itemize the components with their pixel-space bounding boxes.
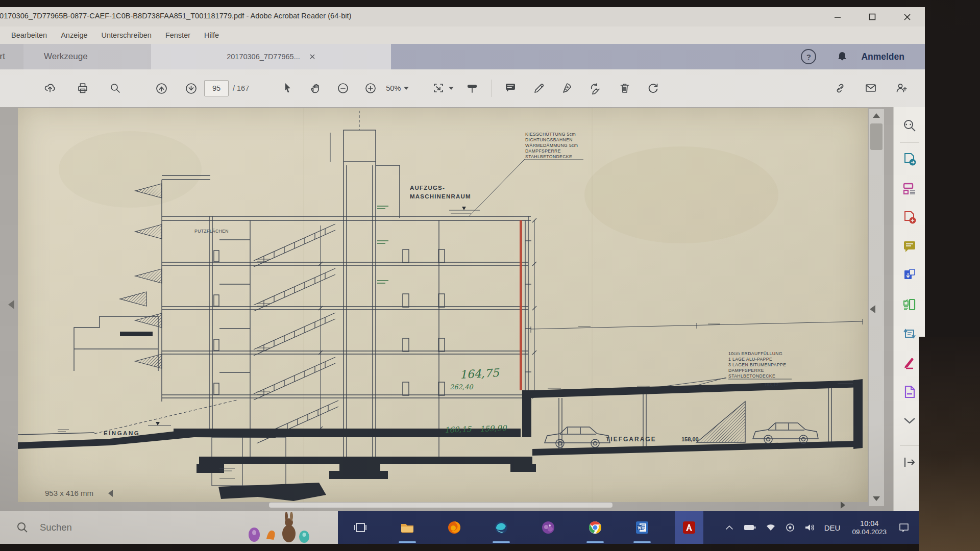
- edge-button[interactable]: [487, 511, 516, 544]
- taskbar-search[interactable]: Suchen: [0, 511, 338, 544]
- acrobat-icon: [682, 520, 696, 535]
- office-app-button[interactable]: [628, 511, 656, 544]
- share-link-icon[interactable]: [830, 77, 850, 99]
- notification-bell-icon[interactable]: [837, 51, 848, 63]
- zoom-in-icon[interactable]: [360, 77, 381, 99]
- garage-level: 158,00: [681, 436, 699, 442]
- firefox-button[interactable]: [440, 511, 469, 544]
- scroll-down-icon[interactable]: [873, 496, 880, 501]
- task-view-button[interactable]: [346, 511, 375, 544]
- roof-note-line: DAMPFSPERRE: [525, 148, 561, 154]
- collapse-panel-icon[interactable]: [902, 455, 917, 470]
- close-button[interactable]: [898, 9, 916, 24]
- file-explorer-icon: [400, 521, 414, 534]
- fill-sign-pen-icon[interactable]: [557, 77, 578, 99]
- wifi-icon[interactable]: [766, 523, 776, 532]
- export-pdf-icon[interactable]: [902, 152, 917, 167]
- page-number-input[interactable]: 95: [204, 80, 229, 96]
- chrome-button[interactable]: [581, 511, 609, 544]
- save-cloud-icon[interactable]: [40, 77, 60, 99]
- page-total-label: / 167: [233, 84, 249, 92]
- menu-bearbeiten[interactable]: Bearbeiten: [11, 31, 47, 39]
- page-dimensions-status: 953 x 416 mm: [45, 489, 93, 497]
- acrobat-button[interactable]: [675, 511, 703, 544]
- previous-view-arrow[interactable]: [8, 300, 14, 309]
- menu-fenster[interactable]: Fenster: [165, 31, 190, 39]
- comment-tool-icon[interactable]: [500, 77, 521, 99]
- minimize-button[interactable]: [829, 9, 846, 24]
- tab-start-label: Start: [0, 52, 5, 62]
- volume-icon[interactable]: [804, 523, 815, 532]
- tab-bar: Start Werkzeuge 20170306_7D77965... ? An…: [0, 44, 925, 69]
- tab-document[interactable]: 20170306_7D77965...: [151, 44, 391, 69]
- organize-pages-icon[interactable]: [902, 297, 917, 312]
- convert-pdf-icon[interactable]: [902, 326, 917, 341]
- roof-note-line: KIESSCHÜTTUNG 5cm: [525, 132, 576, 137]
- pdf-page[interactable]: KIESSCHÜTTUNG 5cm DICHTUNGSBAHNEN WÄRMED…: [18, 108, 868, 502]
- select-tool-icon[interactable]: [278, 77, 298, 99]
- tab-start[interactable]: Start: [0, 44, 23, 69]
- window-title: 20170306_7D77965B-0877-CAEF-1C0B-B8D738F…: [0, 12, 351, 20]
- system-tray: DEU 10:04 09.04.2023: [725, 511, 910, 544]
- email-icon[interactable]: [861, 77, 881, 99]
- taskbar-clock[interactable]: 10:04 09.04.2023: [852, 519, 887, 537]
- fit-dropdown-icon[interactable]: [449, 87, 454, 90]
- status-back-arrow[interactable]: [108, 490, 113, 497]
- share-person-icon[interactable]: [891, 77, 912, 99]
- monitor-bezel: [919, 337, 980, 551]
- comment-panel-icon[interactable]: [902, 239, 917, 254]
- scroll-up-icon[interactable]: [873, 113, 880, 118]
- page-back-arrow[interactable]: [870, 305, 875, 313]
- handwritten-level: 159,90: [480, 423, 508, 434]
- battery-icon[interactable]: [744, 523, 756, 532]
- horizontal-scroll-thumb[interactable]: [269, 503, 612, 508]
- help-icon[interactable]: ?: [801, 49, 816, 64]
- refresh-icon[interactable]: [643, 77, 664, 99]
- menu-anzeige[interactable]: Anzeige: [61, 31, 87, 39]
- scroll-right-icon[interactable]: [841, 502, 845, 509]
- action-center-icon[interactable]: [898, 522, 910, 533]
- tab-werkzeuge[interactable]: Werkzeuge: [23, 44, 151, 69]
- tab-document-label: 20170306_7D77965...: [227, 53, 300, 61]
- red-wall-marker: [520, 220, 522, 390]
- highlight-pencil-icon[interactable]: [529, 77, 549, 99]
- menu-hilfe[interactable]: Hilfe: [204, 31, 219, 39]
- tray-chevron-icon[interactable]: [725, 524, 734, 531]
- purple-app-button[interactable]: [534, 511, 562, 544]
- sign-in-button[interactable]: Anmelden: [861, 52, 904, 62]
- roof-note: KIESSCHÜTTUNG 5cm DICHTUNGSBAHNEN WÄRMED…: [525, 132, 583, 160]
- maximize-button[interactable]: [864, 9, 881, 24]
- garage-note: 10cm ERDAUFFÜLLUNG 1 LAGE ALU-PAPPE 3 LA…: [728, 351, 792, 387]
- more-tools-chevron-icon[interactable]: [902, 413, 917, 429]
- menu-unterschreiben[interactable]: Unterschreiben: [102, 31, 152, 39]
- print-icon[interactable]: [72, 77, 93, 99]
- fit-width-icon[interactable]: [462, 77, 482, 99]
- garage-note-line: 10cm ERDAUFFÜLLUNG: [728, 351, 782, 356]
- search-tools-icon[interactable]: [902, 118, 917, 134]
- next-page-icon[interactable]: [181, 77, 201, 99]
- edit-pdf-icon[interactable]: [902, 181, 917, 196]
- entrance-label: EINGANG: [104, 430, 140, 436]
- vertical-scroll-thumb[interactable]: [870, 123, 883, 150]
- protect-pdf-icon[interactable]: [902, 384, 917, 399]
- create-pdf-icon[interactable]: [902, 210, 917, 225]
- zoom-level-value[interactable]: 50%: [386, 84, 401, 92]
- purple-app-icon: [541, 520, 555, 535]
- hand-tool-icon[interactable]: [305, 77, 326, 99]
- zoom-dropdown-icon[interactable]: [404, 87, 409, 90]
- tab-close-icon[interactable]: [309, 54, 315, 60]
- previous-page-icon[interactable]: [151, 77, 172, 99]
- fit-page-icon[interactable]: [428, 77, 449, 99]
- send-sign-tool-icon[interactable]: [586, 77, 606, 99]
- tray-app-icon[interactable]: [786, 523, 795, 532]
- zoom-out-icon[interactable]: [333, 77, 353, 99]
- trash-icon[interactable]: [615, 77, 635, 99]
- search-placeholder: Suchen: [40, 522, 72, 533]
- fill-sign-panel-icon[interactable]: [902, 355, 917, 370]
- search-icon[interactable]: [105, 77, 126, 99]
- file-explorer-button[interactable]: [393, 511, 422, 544]
- horizontal-scrollbar[interactable]: [18, 501, 865, 509]
- combine-files-icon[interactable]: [902, 268, 917, 283]
- tab-bar-right: ? Anmelden: [391, 44, 925, 69]
- keyboard-language[interactable]: DEU: [824, 523, 841, 532]
